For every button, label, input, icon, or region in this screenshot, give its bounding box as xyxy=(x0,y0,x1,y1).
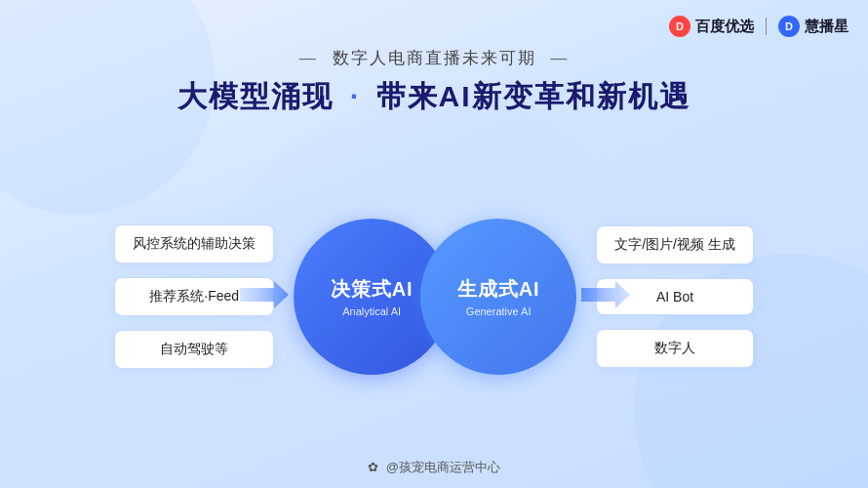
left-box-1: 风控系统的辅助决策 xyxy=(114,224,274,264)
left-box-3: 自动驾驶等 xyxy=(114,330,274,369)
footer-icon: ✿ xyxy=(368,460,378,474)
circle-generative-ai: 生成式AI Generative AI xyxy=(420,219,576,375)
baidu-label: 百度优选 xyxy=(695,18,754,36)
top-bar: D 百度优选 D 慧播星 xyxy=(669,16,848,37)
circle-left-sub: Analytical AI xyxy=(342,305,401,317)
hui-label: 慧播星 xyxy=(805,18,848,36)
brand-hui: D 慧播星 xyxy=(778,16,848,37)
circles-container: 决策式AI Analytical AI 生成式AI Generative AI xyxy=(294,204,576,389)
right-box-1: 文字/图片/视频 生成 xyxy=(596,225,754,264)
brand-divider xyxy=(766,18,767,35)
circle-right-sub: Generative AI xyxy=(466,305,532,317)
baidu-icon: D xyxy=(669,16,690,37)
arrow-left xyxy=(240,280,289,313)
right-box-3: 数字人 xyxy=(596,329,754,368)
dash-left: — xyxy=(299,49,318,67)
svg-marker-1 xyxy=(581,281,630,308)
dash-right: — xyxy=(550,49,569,67)
footer-text: @孩宠电商运营中心 xyxy=(386,460,500,474)
circle-right-main: 生成式AI xyxy=(457,276,540,303)
footer: ✿ @孩宠电商运营中心 xyxy=(0,459,868,476)
subtitle-text: 数字人电商直播未来可期 xyxy=(333,49,536,67)
arrow-right xyxy=(581,280,630,313)
content-area: 风控系统的辅助决策 推荐系统·Feed 自动驾驶等 决策式AI xyxy=(0,144,868,449)
circle-left-main: 决策式AI xyxy=(331,276,414,303)
main-title: 大模型涌现 · 带来AI新变革和新机遇 xyxy=(0,77,868,117)
subtitle: — 数字人电商直播未来可期 — xyxy=(0,47,868,69)
hui-icon: D xyxy=(778,16,800,37)
main-title-part2: 带来AI新变革和新机遇 xyxy=(376,80,690,112)
brand-baidu: D 百度优选 xyxy=(669,16,754,37)
svg-marker-0 xyxy=(240,281,289,308)
main-title-dot: · xyxy=(350,80,360,112)
title-section: — 数字人电商直播未来可期 — 大模型涌现 · 带来AI新变革和新机遇 xyxy=(0,47,868,117)
main-title-part1: 大模型涌现 xyxy=(178,80,334,112)
